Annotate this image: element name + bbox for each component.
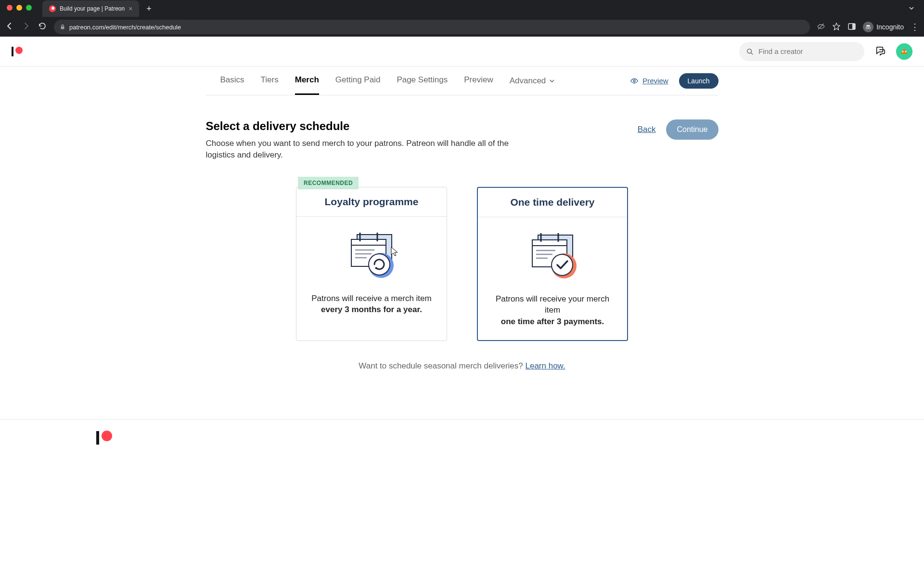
- calendar-recurring-icon: [308, 227, 435, 281]
- address-bar[interactable]: patreon.com/edit/merch/create/schedule: [54, 20, 810, 34]
- card-onetime-title: One time delivery: [478, 188, 627, 217]
- svg-point-6: [869, 27, 871, 29]
- tab-basics[interactable]: Basics: [220, 66, 244, 95]
- svg-point-11: [905, 51, 907, 52]
- preview-link[interactable]: Preview: [630, 77, 668, 85]
- card-onetime-text: Patrons will receive your merch item one…: [489, 293, 616, 328]
- tab-overflow-icon[interactable]: [903, 4, 920, 13]
- browser-back-icon[interactable]: [5, 22, 14, 32]
- address-bar-url: patreon.com/edit/merch/create/schedule: [69, 24, 181, 31]
- eye-icon: [630, 77, 639, 85]
- browser-tab[interactable]: Build your page | Patreon ×: [42, 0, 139, 17]
- svg-point-0: [51, 7, 54, 10]
- messages-icon[interactable]: [875, 45, 886, 58]
- window-controls: [0, 0, 38, 15]
- tab-merch[interactable]: Merch: [295, 66, 319, 95]
- svg-point-10: [902, 51, 904, 52]
- builder-tabs: Basics Tiers Merch Getting Paid Page Set…: [206, 66, 719, 95]
- svg-line-8: [751, 53, 753, 54]
- lock-icon: [60, 24, 65, 30]
- learn-how-link[interactable]: Learn how.: [525, 361, 565, 370]
- patreon-logo-icon[interactable]: [12, 47, 23, 56]
- page-title: Select a delivery schedule: [206, 119, 538, 133]
- creator-search-input[interactable]: [758, 47, 858, 55]
- app-header: [0, 37, 924, 66]
- panel-icon[interactable]: [847, 22, 856, 32]
- incognito-icon: [863, 22, 873, 32]
- browser-forward-icon[interactable]: [21, 22, 31, 32]
- tab-page-settings[interactable]: Page Settings: [397, 66, 448, 95]
- card-loyalty-title: Loyalty programme: [296, 187, 447, 216]
- back-link[interactable]: Back: [638, 125, 656, 134]
- svg-rect-4: [852, 24, 855, 29]
- window-close-icon[interactable]: [7, 5, 13, 11]
- calendar-check-icon: [489, 228, 616, 282]
- tab-tiers[interactable]: Tiers: [261, 66, 279, 95]
- svg-point-22: [369, 254, 390, 275]
- browser-reload-icon[interactable]: [38, 22, 47, 32]
- seasonal-hint: Want to schedule seasonal merch deliveri…: [206, 361, 719, 371]
- svg-point-32: [552, 254, 573, 276]
- card-onetime[interactable]: One time delivery: [477, 187, 628, 341]
- window-minimize-icon[interactable]: [16, 5, 22, 11]
- svg-point-5: [866, 27, 868, 29]
- window-maximize-icon[interactable]: [26, 5, 32, 11]
- svg-point-7: [747, 49, 752, 53]
- browser-menu-icon[interactable]: ⋮: [911, 22, 919, 32]
- tracking-icon[interactable]: [817, 22, 825, 32]
- new-tab-button[interactable]: +: [142, 2, 155, 15]
- card-loyalty-text: Patrons will receive a merch item every …: [308, 293, 435, 316]
- preview-link-label: Preview: [642, 77, 668, 85]
- tab-advanced-label: Advanced: [510, 76, 546, 86]
- launch-button[interactable]: Launch: [679, 73, 719, 89]
- browser-tab-title: Build your page | Patreon: [60, 5, 125, 12]
- incognito-label: Incognito: [876, 23, 904, 31]
- tab-getting-paid[interactable]: Getting Paid: [335, 66, 381, 95]
- chevron-down-icon: [549, 78, 555, 84]
- bookmark-star-icon[interactable]: [832, 22, 841, 32]
- patreon-logo-icon[interactable]: [96, 431, 924, 445]
- patreon-favicon-icon: [49, 5, 56, 12]
- user-avatar[interactable]: [896, 43, 912, 60]
- continue-button[interactable]: Continue: [666, 119, 718, 140]
- tab-preview[interactable]: Preview: [464, 66, 493, 95]
- svg-point-12: [633, 80, 635, 82]
- creator-search[interactable]: [739, 42, 864, 61]
- page-subtitle: Choose when you want to send merch to yo…: [206, 138, 538, 161]
- tab-close-icon[interactable]: ×: [128, 5, 132, 13]
- svg-rect-1: [61, 26, 64, 29]
- card-loyalty[interactable]: RECOMMENDED Loyalty programme: [296, 187, 447, 341]
- browser-chrome: Build your page | Patreon × + patreon.co…: [0, 0, 924, 37]
- footer: [0, 420, 924, 445]
- recommended-badge: RECOMMENDED: [298, 177, 359, 189]
- tab-advanced[interactable]: Advanced: [510, 66, 556, 95]
- search-icon: [746, 47, 754, 56]
- incognito-indicator[interactable]: Incognito: [863, 22, 904, 32]
